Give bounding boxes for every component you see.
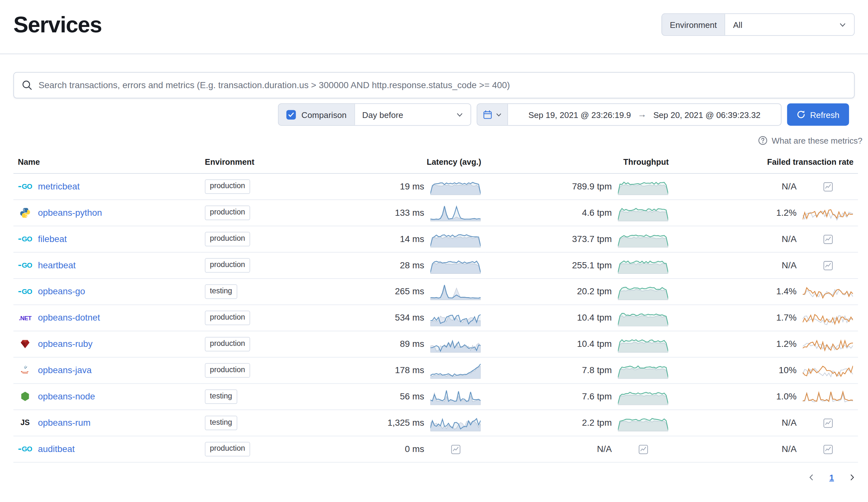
comparison-select[interactable]: Day before xyxy=(355,104,471,125)
page-title: Services xyxy=(13,12,102,37)
latency-value: 265 ms xyxy=(395,287,424,297)
environment-badge: production xyxy=(205,180,250,194)
throughput-sparkline xyxy=(618,362,669,379)
service-row: opbeans-javaproduction178 ms7.8 tpm10% xyxy=(13,358,858,384)
pagination: 1 xyxy=(0,472,856,482)
throughput-sparkline xyxy=(618,231,669,248)
environment-badge: production xyxy=(205,337,250,351)
latency-value: 178 ms xyxy=(395,365,424,375)
environment-select-value: All xyxy=(733,20,742,30)
throughput-value: 7.6 tpm xyxy=(582,392,612,402)
service-link-opbeans-java[interactable]: opbeans-java xyxy=(38,365,92,375)
date-quick-select-button[interactable] xyxy=(477,104,508,125)
java-agent-icon xyxy=(18,365,32,376)
failed-empty-chart-icon xyxy=(802,231,853,248)
search-input[interactable] xyxy=(39,80,846,90)
service-link-opbeans-node[interactable]: opbeans-node xyxy=(38,392,95,402)
services-table-header: Name Environment Latency (avg.) Throughp… xyxy=(13,154,858,173)
metrics-help-row: What are these metrics? xyxy=(13,136,862,145)
environment-filter-label: Environment xyxy=(662,14,725,35)
date-end-button[interactable]: Sep 20, 2021 @ 06:39:23.32 xyxy=(653,110,761,119)
environment-badge: testing xyxy=(205,285,237,299)
comparison-checkbox[interactable] xyxy=(286,110,296,119)
service-link-auditbeat[interactable]: auditbeat xyxy=(38,444,75,454)
failed-value: 1.7% xyxy=(776,313,797,323)
latency-sparkline xyxy=(430,310,481,326)
services-table-body: GOmetricbeatproduction19 ms789.9 tpmN/Ao… xyxy=(13,173,858,462)
throughput-value: 20.2 tpm xyxy=(577,287,612,297)
chevron-down-icon xyxy=(839,21,846,28)
failed-value: 1.2% xyxy=(776,208,797,218)
service-row: JSopbeans-rumtesting1,325 ms2.2 tpmN/A xyxy=(13,410,858,436)
next-page-button[interactable] xyxy=(848,474,856,481)
latency-sparkline xyxy=(430,204,481,221)
service-link-heartbeat[interactable]: heartbeat xyxy=(38,260,76,270)
latency-sparkline xyxy=(430,414,481,431)
environment-badge: production xyxy=(205,442,250,456)
service-link-opbeans-python[interactable]: opbeans-python xyxy=(38,208,102,218)
previous-page-button[interactable] xyxy=(807,474,815,481)
service-row: opbeans-rubyproduction89 ms10.4 tpm1.2% xyxy=(13,331,858,358)
go-agent-icon: GO xyxy=(18,288,32,295)
failed-sparkline xyxy=(802,283,853,300)
throughput-value: 789.9 tpm xyxy=(572,181,612,191)
search-bar xyxy=(13,72,855,98)
throughput-value: 10.4 tpm xyxy=(577,313,612,323)
latency-value: 0 ms xyxy=(405,444,424,454)
failed-value: 10% xyxy=(779,365,797,375)
metrics-help-link[interactable]: What are these metrics? xyxy=(758,136,862,145)
failed-value: N/A xyxy=(782,234,796,244)
chevron-right-icon xyxy=(848,474,856,481)
ruby-agent-icon xyxy=(18,339,32,349)
go-agent-icon: GO xyxy=(18,262,32,269)
throughput-empty-chart-icon xyxy=(618,441,669,458)
node-agent-icon xyxy=(18,391,32,402)
latency-value: 89 ms xyxy=(400,339,424,349)
header-divider xyxy=(0,53,868,54)
service-row: opbeans-pythonproduction133 ms4.6 tpm1.2… xyxy=(13,200,858,226)
go-agent-icon: GO xyxy=(18,235,32,243)
service-link-opbeans-ruby[interactable]: opbeans-ruby xyxy=(38,339,93,349)
latency-sparkline xyxy=(430,362,481,379)
comparison-prepend: Comparison xyxy=(279,104,355,125)
date-range: Sep 19, 2021 @ 23:26:19.9 → Sep 20, 2021… xyxy=(508,104,781,125)
chevron-left-icon xyxy=(807,474,815,481)
failed-empty-chart-icon xyxy=(802,178,853,195)
column-header-name: Name xyxy=(13,154,200,173)
environment-select[interactable]: All xyxy=(725,14,854,35)
service-row: GOfilebeatproduction14 ms373.7 tpmN/A xyxy=(13,226,858,252)
service-link-opbeans-go[interactable]: opbeans-go xyxy=(38,287,85,297)
refresh-button-label: Refresh xyxy=(810,110,839,119)
apm-services-page: Services Environment All Comparison Day … xyxy=(0,0,868,502)
environment-badge: production xyxy=(205,363,250,378)
service-row: GOmetricbeatproduction19 ms789.9 tpmN/A xyxy=(13,173,858,200)
latency-value: 133 ms xyxy=(395,208,424,218)
failed-sparkline xyxy=(802,362,853,379)
throughput-sparkline xyxy=(618,335,669,352)
failed-value: 1.4% xyxy=(776,287,797,297)
throughput-value: 7.8 tpm xyxy=(582,365,612,375)
refresh-button[interactable]: Refresh xyxy=(787,103,849,126)
date-start-button[interactable]: Sep 19, 2021 @ 23:26:19.9 xyxy=(528,110,631,119)
latency-empty-chart-icon xyxy=(430,441,481,458)
latency-value: 56 ms xyxy=(400,392,424,402)
column-header-environment: Environment xyxy=(200,154,315,173)
service-link-opbeans-dotnet[interactable]: opbeans-dotnet xyxy=(38,313,100,323)
throughput-sparkline xyxy=(618,388,669,405)
service-link-filebeat[interactable]: filebeat xyxy=(38,234,67,244)
failed-sparkline xyxy=(802,204,853,221)
service-link-opbeans-rum[interactable]: opbeans-rum xyxy=(38,418,91,428)
latency-sparkline xyxy=(430,231,481,248)
latency-sparkline xyxy=(430,283,481,300)
service-link-metricbeat[interactable]: metricbeat xyxy=(38,181,80,191)
latency-value: 19 ms xyxy=(400,181,424,191)
page-1-button[interactable]: 1 xyxy=(829,472,834,482)
date-picker: Sep 19, 2021 @ 23:26:19.9 → Sep 20, 2021… xyxy=(477,103,782,126)
throughput-value: 2.2 tpm xyxy=(582,418,612,428)
throughput-sparkline xyxy=(618,257,669,274)
services-table: Name Environment Latency (avg.) Throughp… xyxy=(13,154,858,463)
environment-badge: production xyxy=(205,232,250,246)
python-agent-icon xyxy=(18,208,32,219)
calendar-icon xyxy=(483,110,493,119)
dotnet-agent-icon: .NET xyxy=(18,315,32,321)
